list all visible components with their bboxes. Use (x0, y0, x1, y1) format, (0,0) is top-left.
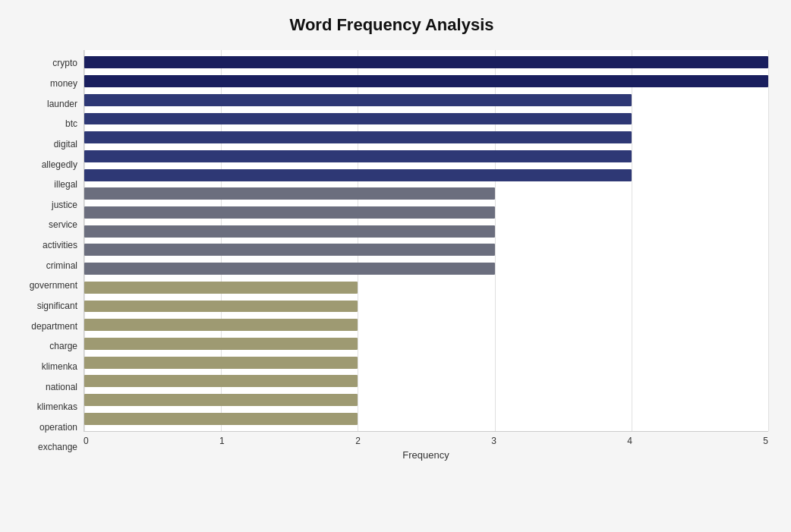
bars-and-xaxis: 012345 Frequency (84, 50, 768, 461)
chart-container: Word Frequency Analysis cryptomoneylaund… (0, 0, 791, 532)
bars-rows (84, 50, 768, 431)
y-label: exchange (38, 442, 77, 452)
y-label: government (30, 281, 77, 290)
bar-row (84, 90, 768, 109)
y-label: btc (65, 119, 77, 128)
x-axis-labels: 012345 (84, 432, 768, 446)
bar (84, 187, 495, 200)
bar (84, 301, 358, 313)
bar-row (84, 278, 768, 297)
bar-row (84, 203, 768, 222)
bar-row (84, 260, 768, 279)
bar-row (84, 316, 768, 335)
x-tick-label: 0 (84, 436, 89, 446)
y-label: money (50, 79, 77, 88)
x-tick-label: 4 (627, 436, 632, 446)
y-label: criminal (46, 261, 77, 270)
bar-row (84, 409, 768, 428)
bar-row (84, 53, 768, 72)
bar (84, 394, 358, 406)
y-label: illegal (54, 180, 77, 189)
x-tick-label: 2 (355, 436, 361, 446)
bar-row (84, 391, 768, 410)
y-label: national (46, 382, 77, 392)
bar-row (84, 128, 768, 147)
bar (84, 75, 768, 87)
bar (84, 150, 632, 162)
bar (84, 357, 358, 369)
bar (84, 413, 358, 425)
bar (84, 131, 632, 143)
y-label: operation (39, 423, 77, 432)
y-label: significant (37, 301, 77, 310)
bar (84, 94, 632, 106)
bar (84, 263, 495, 275)
grid-line (768, 50, 769, 431)
x-tick-label: 1 (219, 436, 225, 446)
y-label: justice (52, 200, 77, 209)
bar-row (84, 109, 768, 128)
bar (84, 244, 495, 256)
bar-row (84, 297, 768, 316)
bar-row (84, 184, 768, 203)
bar (84, 113, 632, 125)
y-label: department (31, 322, 77, 331)
bar (84, 319, 358, 331)
bar (84, 56, 768, 68)
bar (84, 169, 632, 181)
y-label: launder (47, 99, 77, 109)
y-label: service (49, 220, 77, 229)
y-label: activities (43, 241, 77, 250)
y-label: charge (49, 342, 77, 351)
bar-row (84, 165, 768, 184)
y-label: crypto (52, 58, 77, 68)
chart-area: cryptomoneylaunderbtcdigitalallegedlyill… (15, 50, 768, 461)
y-axis: cryptomoneylaunderbtcdigitalallegedlyill… (15, 50, 84, 461)
x-tick-label: 3 (491, 436, 496, 446)
bar-row (84, 372, 768, 391)
y-label: digital (54, 140, 77, 149)
bar (84, 375, 358, 387)
bars-area (84, 50, 768, 432)
bar (84, 282, 358, 294)
y-label: allegedly (42, 160, 77, 169)
bar (84, 338, 358, 350)
y-label: klimenka (42, 362, 77, 371)
x-axis-title: Frequency (84, 449, 768, 461)
bar-row (84, 72, 768, 91)
bar-row (84, 222, 768, 241)
bar (84, 206, 495, 219)
y-label: klimenkas (37, 402, 77, 411)
bar (84, 225, 495, 238)
bar-row (84, 353, 768, 372)
bar-row (84, 335, 768, 354)
bar-row (84, 147, 768, 166)
x-tick-label: 5 (763, 436, 768, 446)
chart-title: Word Frequency Analysis (15, 15, 768, 35)
bar-row (84, 241, 768, 260)
